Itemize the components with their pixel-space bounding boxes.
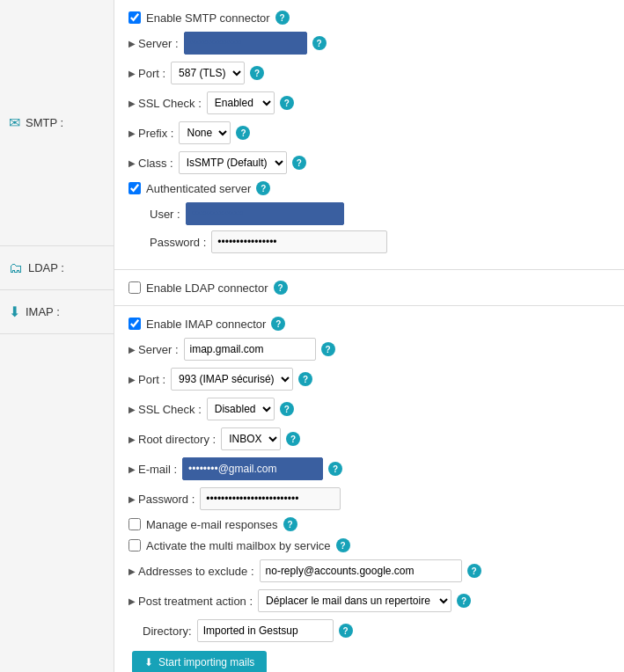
smtp-password-input[interactable]: [211, 230, 387, 253]
smtp-port-select[interactable]: 587 (TLS) 25 465: [171, 62, 245, 84]
smtp-user-label: User :: [150, 208, 180, 221]
imap-post-select[interactable]: Déplacer le mail dans un repertoire Dele…: [258, 589, 451, 612]
imap-server-input[interactable]: [184, 338, 316, 361]
sidebar: ✉ SMTP : 🗂 LDAP : ⬇ IMAP :: [0, 0, 114, 672]
ldap-enable-checkbox[interactable]: [128, 281, 141, 294]
smtp-server-row: ▶ Server : ?: [128, 32, 610, 55]
imap-email-label: E-mail :: [138, 463, 177, 476]
smtp-server-help-icon[interactable]: ?: [312, 36, 327, 50]
imap-email-input[interactable]: [182, 457, 323, 480]
imap-password-label-wrap: ▶ Password :: [128, 493, 195, 506]
imap-addresses-label-wrap: ▶ Addresses to exclude :: [128, 565, 254, 578]
import-button[interactable]: ⬇ Start importing mails: [132, 651, 267, 672]
imap-directory-help-icon[interactable]: ?: [339, 624, 353, 638]
smtp-password-label: Password :: [150, 236, 206, 249]
import-icon: ⬇: [144, 656, 153, 668]
smtp-auth-help-icon[interactable]: ?: [256, 181, 270, 195]
smtp-ssl-label-wrap: ▶ SSL Check :: [128, 97, 202, 110]
smtp-prefix-help-icon[interactable]: ?: [236, 126, 250, 140]
imap-manage-help-icon[interactable]: ?: [283, 517, 297, 531]
smtp-port-help-icon[interactable]: ?: [250, 66, 264, 80]
imap-root-label-wrap: ▶ Root directory :: [128, 433, 216, 446]
imap-port-row: ▶ Port : 993 (IMAP sécurisé) 143 ?: [128, 368, 610, 391]
imap-ssl-row: ▶ SSL Check : Disabled Enabled ?: [128, 398, 610, 420]
imap-email-help-icon[interactable]: ?: [328, 462, 342, 476]
imap-addresses-row: ▶ Addresses to exclude : ?: [128, 559, 610, 582]
imap-addresses-input[interactable]: [260, 559, 462, 582]
imap-post-label-wrap: ▶ Post treatment action :: [128, 595, 253, 608]
ldap-enable-row: Enable LDAP connector ?: [128, 281, 610, 295]
smtp-class-label: Class :: [138, 157, 173, 170]
imap-port-help-icon[interactable]: ?: [298, 372, 312, 386]
smtp-label: SMTP :: [26, 116, 63, 129]
imap-addresses-label: Addresses to exclude :: [138, 565, 254, 578]
smtp-ssl-label: SSL Check :: [138, 97, 202, 110]
smtp-ssl-row: ▶ SSL Check : Enabled Disabled ?: [128, 91, 610, 114]
imap-post-label: Post treatment action :: [138, 595, 253, 608]
imap-enable-help-icon[interactable]: ?: [271, 317, 285, 331]
imap-activate-row: Activate the multi mailbox by service ?: [128, 538, 610, 552]
sidebar-item-ldap: 🗂 LDAP :: [0, 246, 114, 290]
smtp-enable-help-icon[interactable]: ?: [275, 11, 290, 25]
sidebar-item-imap: ⬇ IMAP :: [0, 290, 114, 334]
smtp-server-label-wrap: ▶ Server :: [128, 37, 179, 50]
imap-manage-checkbox[interactable]: [128, 518, 141, 530]
imap-port-select[interactable]: 993 (IMAP sécurisé) 143: [171, 368, 293, 391]
imap-enable-label: Enable IMAP connector: [146, 318, 266, 331]
import-button-label: Start importing mails: [158, 656, 254, 668]
smtp-prefix-label: Prefix :: [138, 127, 173, 140]
smtp-auth-label: Authenticated server: [146, 182, 251, 195]
smtp-class-label-wrap: ▶ Class :: [128, 157, 173, 170]
smtp-enable-checkbox[interactable]: [128, 11, 141, 24]
sidebar-item-smtp: ✉ SMTP :: [0, 0, 114, 246]
smtp-enable-row: Enable SMTP connector ?: [128, 11, 610, 25]
imap-icon: ⬇: [9, 303, 20, 320]
smtp-user-input[interactable]: [186, 202, 344, 225]
imap-server-help-icon[interactable]: ?: [321, 342, 335, 356]
imap-server-row: ▶ Server : ?: [128, 338, 610, 361]
smtp-class-help-icon[interactable]: ?: [292, 156, 306, 170]
imap-activate-checkbox[interactable]: [128, 539, 141, 551]
imap-root-label: Root directory :: [138, 433, 216, 446]
smtp-prefix-row: ▶ Prefix : None SSL TLS ?: [128, 121, 610, 144]
imap-ssl-select[interactable]: Disabled Enabled: [207, 398, 275, 420]
smtp-prefix-label-wrap: ▶ Prefix :: [128, 127, 173, 140]
smtp-ssl-help-icon[interactable]: ?: [280, 96, 294, 110]
smtp-class-row: ▶ Class : IsSMTP (Default) Other ?: [128, 151, 610, 174]
imap-post-help-icon[interactable]: ?: [457, 594, 471, 608]
imap-root-help-icon[interactable]: ?: [286, 432, 300, 446]
smtp-ssl-select[interactable]: Enabled Disabled: [207, 91, 275, 114]
imap-addresses-help-icon[interactable]: ?: [467, 564, 481, 578]
imap-enable-checkbox[interactable]: [128, 318, 141, 330]
imap-port-label: Port :: [138, 373, 165, 386]
smtp-server-input[interactable]: [184, 32, 307, 55]
smtp-auth-checkbox[interactable]: [128, 182, 141, 194]
smtp-port-row: ▶ Port : 587 (TLS) 25 465 ?: [128, 62, 610, 84]
imap-server-label-wrap: ▶ Server :: [128, 343, 179, 356]
imap-enable-row: Enable IMAP connector ?: [128, 317, 610, 331]
imap-password-input[interactable]: [200, 487, 341, 510]
ldap-enable-label: Enable LDAP connector: [146, 281, 268, 295]
imap-import-row: ⬇ Start importing mails: [132, 651, 610, 672]
imap-directory-input[interactable]: [197, 619, 334, 642]
smtp-prefix-select[interactable]: None SSL TLS: [179, 121, 231, 144]
imap-email-label-wrap: ▶ E-mail :: [128, 463, 177, 476]
imap-ssl-label: SSL Check :: [138, 403, 202, 416]
imap-server-label: Server :: [138, 343, 179, 356]
imap-password-label: Password :: [138, 493, 195, 506]
imap-manage-row: Manage e-mail responses ?: [128, 517, 610, 531]
imap-email-row: ▶ E-mail : ?: [128, 457, 610, 480]
imap-ssl-help-icon[interactable]: ?: [280, 402, 294, 416]
imap-manage-label: Manage e-mail responses: [146, 518, 278, 531]
imap-root-select[interactable]: INBOX Other: [221, 427, 281, 450]
imap-port-label-wrap: ▶ Port :: [128, 373, 165, 386]
imap-activate-help-icon[interactable]: ?: [336, 538, 350, 552]
smtp-class-select[interactable]: IsSMTP (Default) Other: [179, 151, 287, 174]
smtp-icon: ✉: [9, 114, 20, 131]
ldap-section: Enable LDAP connector ?: [114, 270, 624, 306]
ldap-enable-help-icon[interactable]: ?: [274, 281, 288, 295]
imap-section: Enable IMAP connector ? ▶ Server : ? ▶ P…: [114, 306, 624, 672]
main-container: ✉ SMTP : 🗂 LDAP : ⬇ IMAP : Enable SMTP c…: [0, 0, 624, 672]
smtp-section: Enable SMTP connector ? ▶ Server : ? ▶ P…: [114, 0, 624, 270]
imap-directory-label: Directory:: [143, 625, 192, 638]
